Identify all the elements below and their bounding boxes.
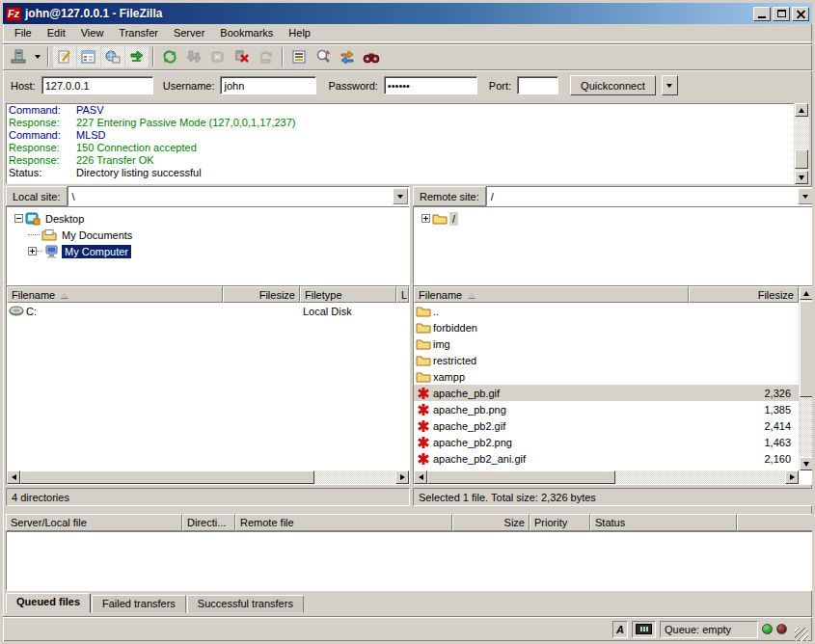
menu-view[interactable]: View [73,25,112,40]
expand-expander[interactable] [28,247,37,255]
cell-filename: apache_pb2_ani.gif [433,453,714,465]
filter-button[interactable] [287,46,311,67]
chevron-down-icon [802,195,808,199]
site-manager-button[interactable] [7,46,30,67]
log-scrollbar[interactable] [794,103,809,184]
tree-item-my-documents[interactable]: My Documents [7,227,409,243]
scrollbar-thumb[interactable] [795,149,808,169]
process-queue-button[interactable] [182,46,205,67]
collapse-expander[interactable] [14,214,23,223]
remote-row[interactable]: img [414,335,799,352]
quickconnect-button[interactable]: Quickconnect [570,75,656,95]
tree-item-my-computer[interactable]: My Computer [7,243,409,259]
remote-row[interactable]: apache_pb2_ani.gif 2,160 [414,450,799,467]
remote-row[interactable]: restricted [414,352,799,368]
magnifier-icon [315,49,331,65]
column-filetype[interactable]: Filetype [300,286,396,303]
scroll-right-button[interactable] [395,470,409,484]
menu-bookmarks[interactable]: Bookmarks [212,25,281,40]
minimize-button[interactable] [753,7,771,21]
remote-row[interactable]: .. [414,303,799,319]
scroll-down-button[interactable] [795,171,808,184]
close-button[interactable] [792,7,809,21]
port-input[interactable] [517,76,558,94]
titlebar[interactable]: Fz john@127.0.0.1 - FileZilla [3,3,812,24]
scrollbar-thumb[interactable] [427,470,615,484]
toggle-remote-tree-button[interactable] [101,46,124,67]
column-status[interactable]: Status [590,514,737,531]
host-input[interactable] [41,76,153,94]
tree-item-desktop[interactable]: Desktop [7,210,409,227]
remote-row[interactable]: xampp [414,368,799,385]
tree-item-root[interactable]: / [414,210,814,227]
column-filename[interactable]: Filename [414,286,689,303]
scroll-up-button[interactable] [795,103,808,117]
menu-server[interactable]: Server [166,25,212,40]
disconnect-icon [234,49,250,65]
remote-row[interactable]: apache_pb.png 1,385 [414,401,799,417]
toggle-queue-button[interactable] [125,46,149,67]
scroll-up-button[interactable] [800,286,813,300]
scrollbar-thumb[interactable] [20,470,314,484]
column-filename[interactable]: Filename [7,286,223,303]
remote-site-pane: Remote site: / / [413,186,815,285]
remote-site-combo[interactable]: / [486,186,815,206]
menu-help[interactable]: Help [281,25,318,40]
maximize-button[interactable] [773,7,790,21]
remote-treeview-icon [105,49,121,65]
menu-transfer[interactable]: Transfer [111,25,166,40]
remote-row[interactable]: apache_pb2.png 1,463 [414,434,799,450]
minimize-icon [758,16,766,18]
cancel-operation-button[interactable] [206,46,230,67]
quickconnect-dropdown[interactable] [662,75,678,95]
reconnect-button[interactable] [255,46,278,67]
column-filesize[interactable]: Filesize [689,286,799,303]
username-input[interactable] [220,76,316,94]
scroll-down-button[interactable] [800,457,813,470]
remote-row[interactable]: forbidden [414,319,799,335]
file-search-button[interactable] [360,46,383,67]
remote-row[interactable]: apache_pb2.gif 2,414 [414,417,799,434]
toggle-log-button[interactable] [53,46,76,67]
column-filesize[interactable]: Filesize [223,286,300,303]
scrollbar-thumb[interactable] [800,301,813,397]
password-input[interactable] [384,76,477,94]
disconnect-button[interactable] [231,46,254,67]
synchronized-browsing-button[interactable] [336,46,359,67]
local-site-combo-dropdown[interactable] [393,188,408,204]
column-direction[interactable]: Directi... [182,514,235,531]
tree-label: / [449,212,458,226]
log-line-text: MLSD [76,129,106,142]
tab-failed-transfers[interactable]: Failed transfers [92,595,186,613]
menu-edit[interactable]: Edit [40,25,73,40]
tree-label: Desktop [42,212,87,226]
toolbar-separator [282,47,284,67]
folder-icon [416,337,431,351]
remote-vscrollbar[interactable] [799,286,814,470]
tab-successful-transfers[interactable]: Successful transfers [187,595,304,613]
scroll-right-button[interactable] [785,470,799,484]
refresh-button[interactable] [158,46,181,67]
column-priority[interactable]: Priority [530,514,590,531]
column-lastmodified[interactable]: L [396,286,409,303]
remote-row-selected[interactable]: apache_pb.gif 2,326 [414,385,799,401]
local-hscrollbar[interactable] [7,470,409,484]
resize-grip[interactable] [795,628,808,641]
toggle-local-tree-button[interactable] [77,46,100,67]
column-server-local-file[interactable]: Server/Local file [6,514,182,531]
directory-comparison-button[interactable] [312,46,335,67]
local-site-combo[interactable]: \ [68,186,410,206]
tab-queued-files[interactable]: Queued files [6,593,91,613]
column-remote-file[interactable]: Remote file [235,514,452,531]
menu-file[interactable]: File [7,25,40,40]
scroll-left-button[interactable] [7,470,20,484]
local-row-c-drive[interactable]: C: Local Disk [7,303,409,319]
chevron-down-icon [397,195,403,199]
column-size[interactable]: Size [452,514,530,531]
scroll-left-button[interactable] [414,470,427,484]
remote-hscrollbar[interactable] [414,470,799,484]
remote-site-combo-dropdown[interactable] [798,188,813,204]
site-manager-dropdown[interactable] [31,46,43,67]
expand-expander[interactable] [421,214,430,223]
cell-filename: .. [433,306,714,317]
